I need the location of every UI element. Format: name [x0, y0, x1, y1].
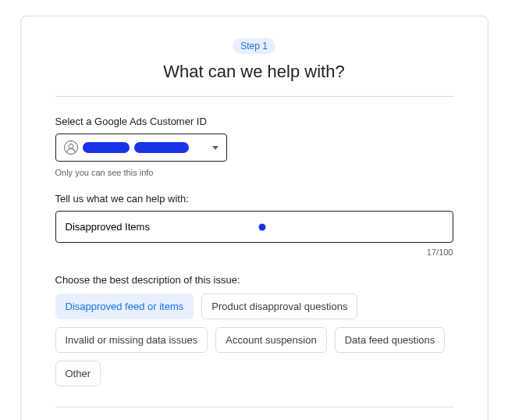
description-chips: Disapproved feed or itemsProduct disappr… [55, 294, 453, 386]
description-chip-2[interactable]: Invalid or missing data issues [55, 327, 208, 353]
help-with-field-wrap [55, 211, 453, 243]
help-with-input[interactable] [56, 212, 453, 242]
description-chip-4[interactable]: Data feed questions [335, 327, 446, 353]
description-chip-5[interactable]: Other [55, 361, 101, 386]
divider-bottom [55, 407, 453, 408]
person-icon [64, 141, 78, 155]
step-badge: Step 1 [233, 38, 275, 54]
customer-id-label: Select a Google Ads Customer ID [55, 116, 453, 127]
help-form-card: Step 1 What can we help with? Select a G… [20, 16, 488, 420]
customer-id-value-redacted [83, 142, 208, 153]
description-label: Choose the best description of this issu… [55, 274, 453, 286]
divider-top [55, 96, 453, 97]
ink-dot-redaction [258, 223, 265, 230]
description-chip-0[interactable]: Disapproved feed or items [55, 294, 194, 319]
description-chip-1[interactable]: Product disapproval questions [201, 294, 357, 319]
char-counter: 17/100 [55, 247, 453, 257]
page-title: What can we help with? [55, 62, 453, 82]
description-chip-3[interactable]: Account suspension [215, 327, 326, 353]
help-with-label: Tell us what we can help with: [55, 193, 453, 205]
customer-id-hint: Only you can see this info [55, 168, 453, 177]
customer-id-select[interactable] [55, 133, 227, 162]
chevron-down-icon [212, 146, 218, 150]
